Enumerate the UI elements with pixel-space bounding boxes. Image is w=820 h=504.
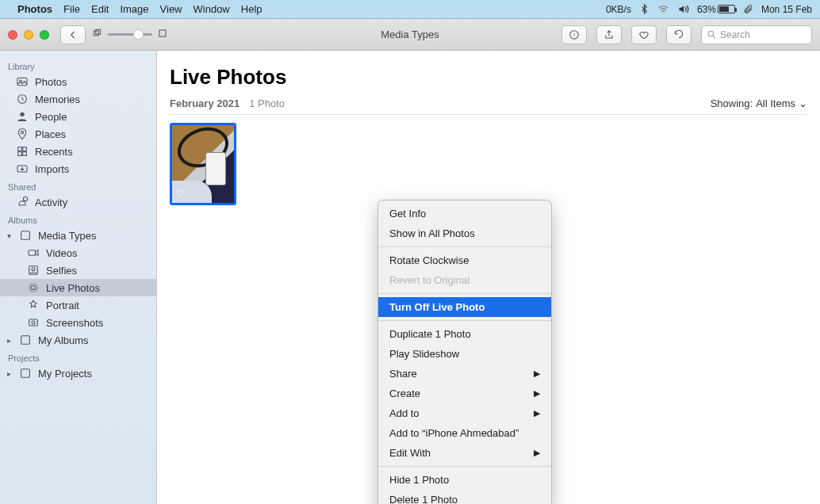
close-window-button[interactable] xyxy=(8,30,17,40)
disclosure-icon[interactable]: ▸ xyxy=(5,336,13,345)
context-menu-item[interactable]: Add to▶ xyxy=(378,403,551,423)
attachment-icon[interactable] xyxy=(743,4,753,14)
disclosure-icon[interactable]: ▾ xyxy=(5,231,13,240)
sidebar-item-my-projects[interactable]: ▸My Projects xyxy=(0,365,156,382)
submenu-arrow-icon: ▶ xyxy=(534,448,540,458)
context-menu-item[interactable]: Edit With▶ xyxy=(378,443,551,463)
context-menu-item[interactable]: Hide 1 Photo xyxy=(378,470,551,490)
menu-view[interactable]: View xyxy=(160,3,182,15)
volume-icon[interactable] xyxy=(677,3,689,15)
section-library: Library xyxy=(0,57,156,73)
svg-rect-25 xyxy=(21,369,30,378)
sidebar-item-imports[interactable]: Imports xyxy=(0,160,156,178)
menu-file[interactable]: File xyxy=(63,3,80,15)
chevron-down-icon: ⌄ xyxy=(799,97,807,109)
context-menu-item[interactable]: Rotate Clockwise xyxy=(378,250,551,270)
svg-rect-12 xyxy=(23,147,27,151)
battery-percent: 63% xyxy=(697,4,716,15)
sidebar-item-selfies[interactable]: Selfies xyxy=(0,262,156,279)
main-area: Live Photos February 2021 1 Photo Showin… xyxy=(157,51,820,504)
rotate-button[interactable] xyxy=(666,25,692,44)
info-button[interactable]: i xyxy=(561,25,587,44)
menu-image[interactable]: Image xyxy=(120,3,148,15)
context-menu-item[interactable]: Create▶ xyxy=(378,384,551,403)
menu-window[interactable]: Window xyxy=(194,3,230,15)
svg-rect-14 xyxy=(23,152,27,156)
svg-rect-1 xyxy=(96,29,101,34)
photo-count: 1 Photo xyxy=(249,97,285,109)
context-menu-item: Revert to Original xyxy=(378,270,551,290)
app-menu[interactable]: Photos xyxy=(17,3,52,15)
sidebar-item-live-photos[interactable]: Live Photos xyxy=(0,279,156,296)
sidebar-item-photos[interactable]: Photos xyxy=(0,73,156,90)
zoom-slider-group xyxy=(92,28,168,42)
context-menu-item[interactable]: Share▶ xyxy=(378,364,551,384)
sidebar-item-activity[interactable]: Activity xyxy=(0,193,156,211)
photo-thumbnail[interactable]: ♡ xyxy=(170,123,236,205)
context-menu-item[interactable]: Turn Off Live Photo xyxy=(378,297,551,317)
context-menu-item[interactable]: Duplicate 1 Photo xyxy=(378,324,551,344)
submenu-arrow-icon: ▶ xyxy=(534,368,540,379)
bluetooth-icon[interactable] xyxy=(639,4,649,14)
svg-rect-11 xyxy=(18,147,22,151)
svg-point-20 xyxy=(31,285,35,289)
favorite-button[interactable] xyxy=(631,25,657,44)
fullscreen-window-button[interactable] xyxy=(40,30,49,40)
wifi-icon[interactable] xyxy=(657,3,669,15)
section-shared: Shared xyxy=(0,178,156,193)
sidebar-item-media-types[interactable]: ▾Media Types xyxy=(0,227,156,244)
zoom-out-icon[interactable] xyxy=(92,28,103,42)
search-icon xyxy=(707,29,717,40)
sidebar-item-places[interactable]: Places xyxy=(0,125,156,143)
search-placeholder: Search xyxy=(720,29,750,40)
disclosure-icon[interactable]: ▸ xyxy=(5,369,13,378)
svg-point-23 xyxy=(32,321,35,324)
svg-text:i: i xyxy=(573,32,575,37)
context-menu-item[interactable]: Delete 1 Photo xyxy=(378,490,551,504)
sidebar-item-my-albums[interactable]: ▸My Albums xyxy=(0,331,156,349)
context-menu-item[interactable]: Get Info xyxy=(378,204,551,223)
svg-rect-13 xyxy=(18,152,22,156)
date-heading: February 2021 xyxy=(170,97,239,109)
sidebar-item-portrait[interactable]: Portrait xyxy=(0,296,156,314)
svg-point-5 xyxy=(708,31,714,36)
network-speed: 0KB/s xyxy=(606,4,631,15)
context-menu: Get InfoShow in All PhotosRotate Clockwi… xyxy=(377,200,552,504)
svg-rect-22 xyxy=(29,319,38,326)
share-button[interactable] xyxy=(596,25,622,44)
svg-rect-17 xyxy=(29,250,36,256)
minimize-window-button[interactable] xyxy=(24,30,33,40)
sidebar-item-people[interactable]: People xyxy=(0,108,156,125)
svg-point-10 xyxy=(21,131,23,133)
sidebar-item-recents[interactable]: Recents xyxy=(0,143,156,160)
window-title: Media Types xyxy=(381,29,439,40)
zoom-slider[interactable] xyxy=(108,33,152,36)
section-albums: Albums xyxy=(0,211,156,227)
context-menu-item[interactable]: Play Slideshow xyxy=(378,344,551,364)
sidebar-item-memories[interactable]: Memories xyxy=(0,90,156,108)
search-input[interactable]: Search xyxy=(701,25,812,44)
svg-point-9 xyxy=(20,113,24,116)
toolbar: Media Types i Search xyxy=(0,19,820,51)
menubar: Photos File Edit Image View Window Help … xyxy=(0,0,820,19)
clock[interactable]: Mon 15 Feb xyxy=(761,4,812,15)
menu-edit[interactable]: Edit xyxy=(91,3,109,15)
menu-help[interactable]: Help xyxy=(241,3,262,15)
page-title: Live Photos xyxy=(170,65,807,90)
section-projects: Projects xyxy=(0,349,156,365)
sidebar-item-screenshots[interactable]: Screenshots xyxy=(0,314,156,331)
showing-filter[interactable]: Showing: All Items ⌄ xyxy=(711,97,807,109)
svg-point-19 xyxy=(32,268,35,271)
submenu-arrow-icon: ▶ xyxy=(534,408,540,418)
svg-rect-2 xyxy=(159,29,166,36)
svg-rect-24 xyxy=(21,336,30,345)
context-menu-item[interactable]: Show in All Photos xyxy=(378,223,551,243)
context-menu-item[interactable]: Add to “iPhone Ahmedabad” xyxy=(378,423,551,443)
submenu-arrow-icon: ▶ xyxy=(534,388,540,399)
sidebar-item-videos[interactable]: Videos xyxy=(0,244,156,262)
battery-status[interactable]: 63% xyxy=(697,4,735,15)
sidebar: Library Photos Memories People Places Re… xyxy=(0,51,157,504)
zoom-in-icon[interactable] xyxy=(157,28,168,42)
svg-rect-16 xyxy=(21,231,30,240)
back-button[interactable] xyxy=(60,25,86,44)
